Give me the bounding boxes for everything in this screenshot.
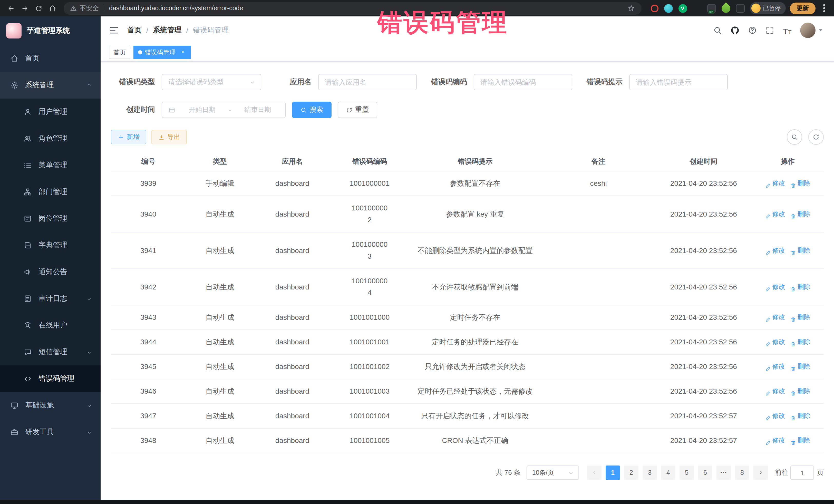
delete-link[interactable]: 删除 (790, 178, 810, 190)
tag-item[interactable]: 首页 (109, 46, 130, 59)
error-code-input[interactable] (474, 74, 572, 90)
edit-link[interactable]: 修改 (765, 208, 785, 220)
edit-link[interactable]: 修改 (765, 336, 785, 348)
sidebar-item-dev-tools[interactable]: 研发工具 (0, 419, 101, 445)
github-icon[interactable] (726, 21, 744, 39)
profile-paused-badge[interactable]: 已暂停 (750, 2, 786, 14)
goto-page-input[interactable] (790, 465, 814, 480)
sidebar-item-dept[interactable]: 部门管理 (0, 179, 101, 205)
edit-icon (765, 284, 771, 290)
pagination-page-6[interactable]: 6 (698, 465, 712, 480)
help-icon[interactable] (744, 21, 761, 39)
security-warning-icon[interactable] (70, 5, 77, 12)
edit-link[interactable]: 修改 (765, 386, 785, 397)
sidebar-item-post[interactable]: 岗位管理 (0, 205, 101, 232)
edit-link[interactable]: 修改 (765, 361, 785, 373)
header-search-icon[interactable] (709, 21, 726, 39)
extension-recorder-icon[interactable] (651, 4, 658, 12)
browser-forward-icon[interactable] (18, 1, 32, 15)
row-time: 2021-04-20 23:52:56 (655, 245, 752, 256)
edit-link[interactable]: 修改 (765, 281, 785, 293)
delete-link[interactable]: 删除 (790, 336, 810, 348)
delete-link[interactable]: 删除 (790, 361, 810, 373)
export-button[interactable]: 导出 (151, 130, 187, 144)
extension-colorpicker-icon[interactable] (664, 4, 673, 13)
extension-grid-icon[interactable] (693, 4, 701, 13)
sidebar-item-user[interactable]: 用户管理 (0, 98, 101, 125)
delete-link[interactable]: 删除 (790, 245, 810, 256)
page-size-select[interactable]: 10条/页 (527, 465, 579, 480)
tag-active[interactable]: 错误码管理× (133, 46, 191, 59)
pagination-page-3[interactable]: 3 (642, 465, 657, 480)
extension-dark-icon[interactable] (736, 4, 744, 13)
toggle-search-button[interactable] (787, 129, 802, 145)
chevron-right-icon (758, 469, 764, 476)
table-row: 3947自动生成dashboard1001001004只有开启状态的任务，才可以… (111, 404, 824, 429)
edit-link[interactable]: 修改 (765, 311, 785, 323)
delete-link[interactable]: 删除 (790, 208, 810, 220)
row-time: 2021-04-20 23:52:56 (655, 361, 752, 373)
date-start-placeholder: 开始日期 (181, 105, 224, 114)
filter-type-label: 错误码类型 (111, 78, 155, 87)
extension-proxy-icon[interactable]: on (707, 4, 716, 13)
url-text[interactable]: dashboard.yudao.iocoder.cn/system/error-… (109, 5, 243, 12)
sidebar-item-audit-log[interactable]: 审计日志 (0, 285, 101, 312)
pagination-page-5[interactable]: 5 (680, 465, 694, 480)
delete-link[interactable]: 删除 (790, 386, 810, 397)
sidebar-item-error-code[interactable]: 错误码管理 (0, 366, 101, 392)
sidebar-item-infra[interactable]: 基础设施 (0, 392, 101, 419)
sidebar-item-home[interactable]: 首页 (0, 45, 101, 72)
edit-link[interactable]: 修改 (765, 410, 785, 422)
address-bar[interactable]: 不安全 dashboard.yudao.iocoder.cn/system/er… (64, 2, 641, 15)
sidebar-item-system[interactable]: 系统管理 (0, 72, 101, 98)
delete-link[interactable]: 删除 (790, 281, 810, 293)
pagination-more[interactable]: ••• (717, 465, 731, 480)
browser-back-icon[interactable] (4, 1, 18, 15)
hamburger-icon[interactable] (109, 25, 119, 35)
add-button[interactable]: 新增 (111, 130, 146, 144)
search-button[interactable]: 搜索 (292, 102, 332, 118)
sidebar-item-menu[interactable]: 菜单管理 (0, 152, 101, 179)
sidebar-item-notice[interactable]: 通知公告 (0, 259, 101, 285)
pagination-next[interactable] (753, 465, 768, 480)
user-avatar[interactable] (800, 22, 815, 38)
extension-leaf-icon[interactable] (720, 2, 732, 14)
browser-menu-icon[interactable] (823, 7, 825, 9)
security-label[interactable]: 不安全 (80, 4, 99, 13)
bookmark-star-icon[interactable] (627, 4, 635, 12)
browser-update-button[interactable]: 更新 (790, 2, 815, 14)
error-type-select[interactable]: 请选择错误码类型 (162, 74, 261, 90)
delete-icon (790, 314, 796, 320)
avatar-caret-icon[interactable] (819, 29, 823, 31)
pagination-prev[interactable] (587, 465, 601, 480)
row-code: 1001001000 (331, 311, 409, 323)
edit-link[interactable]: 修改 (765, 435, 785, 446)
extension-v-icon[interactable] (678, 4, 687, 13)
edit-link[interactable]: 修改 (765, 178, 785, 190)
breadcrumb-item[interactable]: 系统管理 (153, 25, 182, 35)
app-name-input[interactable] (318, 74, 417, 90)
pagination-page-4[interactable]: 4 (661, 465, 675, 480)
sidebar-item-online-user[interactable]: 在线用户 (0, 312, 101, 339)
pagination-page-1[interactable]: 1 (606, 465, 620, 480)
pagination-page-8[interactable]: 8 (735, 465, 749, 480)
sidebar-item-sms[interactable]: 短信管理 (0, 339, 101, 366)
breadcrumb-item[interactable]: 首页 (127, 25, 142, 35)
delete-link[interactable]: 删除 (790, 410, 810, 422)
pagination-page-2[interactable]: 2 (624, 465, 638, 480)
date-range-picker[interactable]: 开始日期 - 结束日期 (162, 102, 286, 118)
edit-link[interactable]: 修改 (765, 245, 785, 256)
error-msg-input[interactable] (629, 74, 728, 90)
sidebar-item-role[interactable]: 角色管理 (0, 125, 101, 152)
delete-link[interactable]: 删除 (790, 435, 810, 446)
delete-link[interactable]: 删除 (790, 311, 810, 323)
browser-home-icon[interactable] (46, 1, 60, 15)
reset-button[interactable]: 重置 (338, 102, 377, 118)
sidebar-item-dict[interactable]: 字典管理 (0, 232, 101, 259)
browser-reload-icon[interactable] (32, 1, 46, 15)
fullscreen-icon[interactable] (761, 21, 778, 39)
app-logo[interactable]: 芋道管理系统 (0, 17, 101, 45)
tag-close-icon[interactable]: × (179, 49, 186, 56)
refresh-table-button[interactable] (808, 129, 824, 145)
font-size-icon[interactable]: TT (778, 21, 796, 39)
